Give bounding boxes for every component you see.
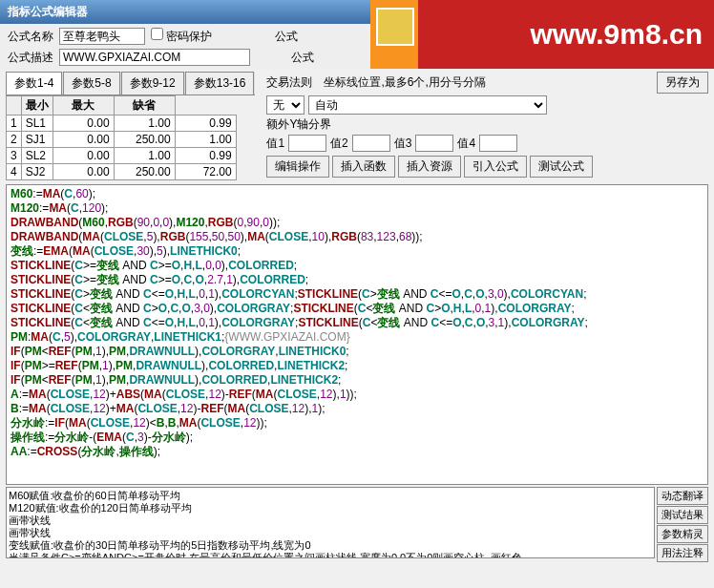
param-row: 1SL1 xyxy=(7,116,237,132)
yaxis-label: 额外Y轴分界 xyxy=(266,116,331,133)
pwd-checkbox[interactable]: 密码保护 xyxy=(151,28,212,45)
desc-label: 公式描述 xyxy=(8,50,53,66)
min-input[interactable] xyxy=(57,149,110,162)
value4-input[interactable] xyxy=(479,135,517,152)
param-row: 2SJ1 xyxy=(7,132,237,148)
value1-input[interactable] xyxy=(288,135,326,152)
name-input[interactable] xyxy=(59,28,145,45)
action-btn-3[interactable]: 引入公式 xyxy=(464,156,527,178)
def-input[interactable] xyxy=(179,149,232,162)
watermark: www.9m8.cn xyxy=(370,0,714,69)
def-input[interactable] xyxy=(179,165,232,178)
rule-label: 交易法则 xyxy=(266,74,312,91)
action-btn-1[interactable]: 插入函数 xyxy=(332,156,395,178)
side-btn-3[interactable]: 用法注释 xyxy=(657,544,708,562)
tab-2[interactable]: 参数9-12 xyxy=(121,72,184,94)
side-label-1: 公式 xyxy=(275,29,298,45)
coord-select[interactable]: 自动 xyxy=(308,95,547,115)
def-input[interactable] xyxy=(179,133,232,146)
logo-icon xyxy=(376,8,414,46)
rule-select[interactable]: 无 xyxy=(266,95,304,115)
side-btn-2[interactable]: 参数精灵 xyxy=(657,525,708,543)
def-input[interactable] xyxy=(179,116,232,130)
side-label-2: 公式 xyxy=(291,50,314,66)
max-input[interactable] xyxy=(118,116,171,130)
coord-label: 坐标线位置,最多6个,用分号分隔 xyxy=(324,74,485,91)
max-input[interactable] xyxy=(118,165,171,178)
tab-3[interactable]: 参数13-16 xyxy=(185,72,255,94)
value2-input[interactable] xyxy=(352,135,390,152)
explain-box: M60赋值:收盘价的60日简单移动平均 M120赋值:收盘价的120日简单移动平… xyxy=(6,487,655,558)
param-table: 最小最大缺省 1SL12SJ13SL24SJ2 xyxy=(6,95,237,180)
max-input[interactable] xyxy=(118,133,171,146)
min-input[interactable] xyxy=(57,116,110,130)
code-editor[interactable]: M60:=MA(C,60);M120:=MA(C,120);DRAWBAND(M… xyxy=(6,184,708,485)
action-btn-0[interactable]: 编辑操作 xyxy=(266,156,329,178)
param-tabs: 参数1-4参数5-8参数9-12参数13-16 xyxy=(6,72,255,95)
tab-1[interactable]: 参数5-8 xyxy=(63,72,119,94)
saveas-button[interactable]: 另存为 xyxy=(657,72,708,94)
desc-input[interactable] xyxy=(59,49,250,66)
side-btn-0[interactable]: 动态翻译 xyxy=(657,487,708,505)
side-btn-1[interactable]: 测试结果 xyxy=(657,506,708,524)
param-row: 3SL2 xyxy=(7,148,237,164)
action-btn-4[interactable]: 测试公式 xyxy=(530,156,593,178)
min-input[interactable] xyxy=(57,165,110,178)
action-btn-2[interactable]: 插入资源 xyxy=(398,156,461,178)
tab-0[interactable]: 参数1-4 xyxy=(6,72,62,94)
max-input[interactable] xyxy=(118,149,171,162)
min-input[interactable] xyxy=(57,133,110,146)
name-label: 公式名称 xyxy=(8,29,53,45)
param-row: 4SJ2 xyxy=(7,164,237,180)
value3-input[interactable] xyxy=(415,135,453,152)
